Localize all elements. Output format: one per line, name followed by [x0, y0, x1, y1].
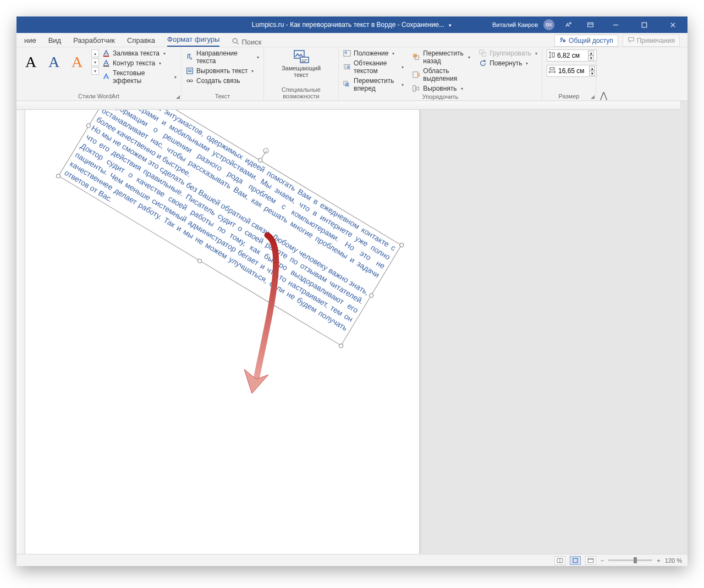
spin-up-icon[interactable]: ▴: [588, 51, 594, 56]
text-outline-button[interactable]: Контур текста▾: [102, 59, 177, 67]
svg-point-3: [560, 38, 563, 40]
text-direction-button[interactable]: Направление текста▾: [186, 49, 259, 65]
document-title: Lumpics.ru - Как переворачивать текст в …: [252, 21, 444, 29]
web-layout-icon[interactable]: [585, 556, 596, 565]
resize-handle-bl[interactable]: [56, 173, 62, 179]
wordart-preset-2[interactable]: A: [44, 50, 64, 74]
svg-rect-1: [642, 23, 646, 27]
svg-rect-7: [187, 68, 193, 74]
avatar[interactable]: ВК: [543, 19, 554, 30]
align-icon: [413, 85, 420, 92]
rotate-button[interactable]: Повернуть▾: [479, 59, 537, 67]
print-layout-icon[interactable]: [570, 556, 581, 565]
wrap-text-icon: [343, 63, 351, 71]
user-name[interactable]: Виталий Каиров: [492, 21, 538, 28]
tab-developer[interactable]: Разработчик: [73, 35, 115, 47]
position-button[interactable]: Положение▾: [343, 49, 404, 57]
status-bar: − + 120 %: [16, 554, 688, 566]
selection-pane-button[interactable]: Область выделения: [413, 67, 470, 82]
svg-point-9: [190, 80, 193, 82]
spin-up-icon[interactable]: ▴: [589, 66, 595, 71]
resize-handle-br[interactable]: [338, 343, 344, 349]
minimize-button[interactable]: [604, 16, 627, 33]
vertical-ruler[interactable]: [16, 110, 25, 554]
wordart-dialog-launcher-icon[interactable]: ◢: [176, 94, 180, 99]
resize-handle-r[interactable]: [369, 292, 375, 298]
tab-truncated[interactable]: ние: [24, 35, 36, 47]
create-link-button[interactable]: Создать связь: [186, 77, 259, 85]
share-button[interactable]: Общий доступ: [554, 35, 618, 47]
resize-handle-l[interactable]: [86, 123, 92, 129]
rotate-icon: [479, 59, 487, 67]
text-outline-icon: [102, 59, 110, 67]
text-box[interactable]: Мы — группа энтузиастов, одержимых идеей…: [58, 110, 402, 346]
svg-rect-27: [573, 558, 578, 563]
align-text-button[interactable]: Выровнять текст▾: [186, 67, 259, 75]
position-icon: [343, 49, 351, 57]
height-icon: [548, 51, 555, 60]
page[interactable]: Мы — группа энтузиастов, одержимых идеей…: [25, 110, 419, 554]
spin-down-icon[interactable]: ▾: [589, 71, 595, 76]
wordart-preset-3[interactable]: A: [67, 50, 87, 74]
spin-down-icon[interactable]: ▾: [588, 56, 594, 60]
document-area[interactable]: Мы — группа энтузиастов, одержимых идеей…: [16, 101, 688, 554]
resize-handle-tr[interactable]: [399, 242, 405, 248]
align-text-icon: [186, 67, 194, 75]
tab-help[interactable]: Справка: [127, 35, 155, 47]
svg-rect-23: [480, 50, 483, 54]
zoom-slider[interactable]: [608, 559, 652, 561]
wordart-preset-1[interactable]: A: [21, 50, 41, 74]
ribbon: A A A ▴ ▾ ▾ Заливка текста▾ Контур т: [16, 47, 688, 101]
size-group-label: Размер: [547, 92, 591, 99]
align-button[interactable]: Выровнять▾: [413, 85, 470, 92]
zoom-level[interactable]: 120 %: [665, 557, 682, 564]
text-fill-button[interactable]: Заливка текста▾: [102, 49, 177, 57]
accessibility-group-label: Специальные возможности: [268, 85, 334, 99]
close-button[interactable]: [661, 16, 684, 33]
gallery-up-icon[interactable]: ▴: [91, 49, 99, 57]
alt-text-button[interactable]: Замещающий текст: [277, 49, 326, 78]
selection-pane-icon: [413, 71, 420, 79]
text-fill-icon: [102, 49, 110, 57]
shape-height-input[interactable]: ▴▾: [547, 49, 597, 62]
svg-point-8: [187, 80, 190, 82]
simplify-ribbon-icon[interactable]: [560, 16, 576, 33]
svg-rect-13: [345, 52, 347, 54]
svg-rect-6: [103, 65, 109, 66]
comments-button[interactable]: Примечания: [623, 35, 680, 47]
send-backward-button[interactable]: Переместить назад▾: [413, 49, 470, 65]
search-icon[interactable]: [232, 37, 239, 47]
svg-rect-21: [413, 86, 415, 92]
wordart-group-label: Стили WordArt: [21, 92, 177, 99]
tab-shape-format[interactable]: Формат фигуры: [167, 34, 219, 47]
horizontal-ruler[interactable]: [16, 101, 680, 110]
zoom-in-icon[interactable]: +: [657, 557, 660, 564]
ribbon-display-icon[interactable]: [582, 16, 598, 33]
size-dialog-launcher-icon[interactable]: ◢: [591, 94, 595, 99]
share-icon: [559, 36, 566, 45]
tab-view[interactable]: Вид: [48, 35, 62, 47]
gallery-down-icon[interactable]: ▾: [91, 58, 99, 66]
create-link-icon: [186, 77, 194, 85]
resize-handle-b[interactable]: [197, 258, 203, 264]
collapse-ribbon-icon[interactable]: ⋀: [596, 47, 610, 101]
text-effects-button[interactable]: Текстовые эффекты▾: [102, 69, 177, 85]
shape-width-input[interactable]: ▴▾: [547, 65, 597, 77]
svg-rect-20: [419, 73, 420, 77]
title-dropdown-icon[interactable]: ▼: [448, 23, 452, 28]
arrange-group-label: Упорядочить: [343, 92, 537, 100]
text-direction-icon: [186, 53, 194, 61]
svg-rect-26: [550, 68, 554, 70]
gallery-more-icon[interactable]: ▾: [91, 67, 99, 75]
maximize-button[interactable]: [632, 16, 656, 33]
wrap-text-button[interactable]: Обтекание текстом▾: [343, 59, 404, 75]
svg-rect-22: [416, 87, 419, 90]
svg-point-2: [233, 38, 238, 43]
bring-forward-button[interactable]: Переместить вперед▾: [343, 77, 404, 92]
send-backward-icon: [413, 53, 420, 61]
group-icon: [479, 49, 487, 57]
read-mode-icon[interactable]: [554, 556, 565, 565]
zoom-out-icon[interactable]: −: [601, 557, 604, 564]
search-label[interactable]: Поиск: [241, 38, 261, 46]
ribbon-tabs: ние Вид Разработчик Справка Формат фигур…: [16, 33, 688, 47]
